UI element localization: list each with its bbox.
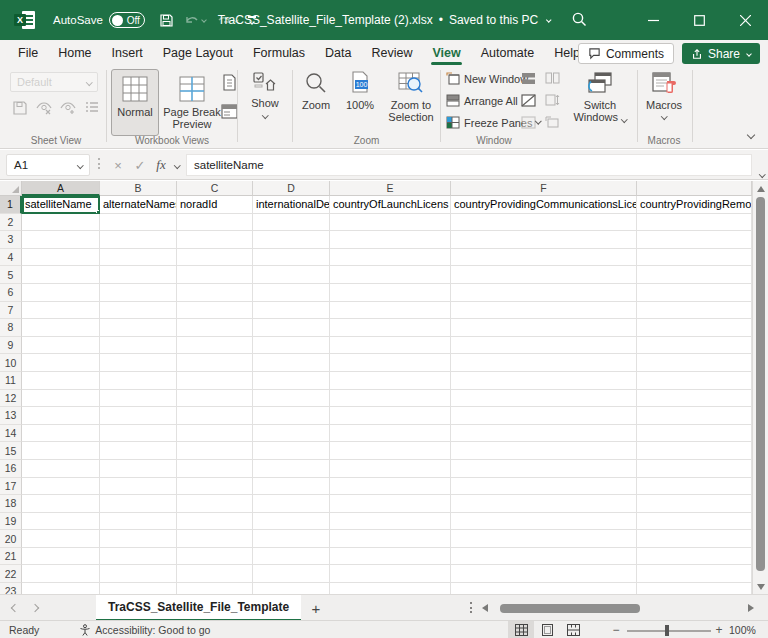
row-header-23[interactable]: 23 bbox=[0, 583, 22, 594]
cell-F23[interactable] bbox=[451, 583, 637, 594]
cell-E2[interactable] bbox=[330, 214, 451, 232]
view-side-by-side-icon[interactable] bbox=[545, 72, 560, 84]
cell-F19[interactable] bbox=[451, 513, 637, 531]
cell-E15[interactable] bbox=[330, 442, 451, 460]
cell-C5[interactable] bbox=[177, 266, 253, 284]
zoom-to-selection-button[interactable]: Zoom to Selection bbox=[383, 71, 439, 123]
search-icon[interactable] bbox=[571, 11, 588, 28]
row-header-4[interactable]: 4 bbox=[0, 249, 22, 267]
cell-B19[interactable] bbox=[100, 513, 177, 531]
cell-A17[interactable] bbox=[22, 478, 100, 496]
column-header-e[interactable]: E bbox=[330, 181, 451, 196]
cell-A5[interactable] bbox=[22, 266, 100, 284]
cell-F2[interactable] bbox=[451, 214, 637, 232]
column-header-a[interactable]: A bbox=[22, 181, 100, 196]
cell-B1[interactable]: alternateNames bbox=[100, 196, 177, 214]
cell-F22[interactable] bbox=[451, 565, 637, 583]
cell-D9[interactable] bbox=[253, 337, 330, 355]
cell-A22[interactable] bbox=[22, 565, 100, 583]
cell-D22[interactable] bbox=[253, 565, 330, 583]
unhide-window-icon[interactable] bbox=[521, 116, 536, 129]
cell-A13[interactable] bbox=[22, 407, 100, 425]
cell-E21[interactable] bbox=[330, 548, 451, 566]
cell-E8[interactable] bbox=[330, 319, 451, 337]
cell-A19[interactable] bbox=[22, 513, 100, 531]
cell-F13[interactable] bbox=[451, 407, 637, 425]
cell-A20[interactable] bbox=[22, 530, 100, 548]
cell-C21[interactable] bbox=[177, 548, 253, 566]
formula-bar-grip[interactable] bbox=[98, 158, 100, 169]
row-header-15[interactable]: 15 bbox=[0, 442, 22, 460]
cell-C10[interactable] bbox=[177, 354, 253, 372]
cell-F6[interactable] bbox=[451, 284, 637, 302]
cell-A8[interactable] bbox=[22, 319, 100, 337]
cell-B12[interactable] bbox=[100, 390, 177, 408]
collapse-ribbon-icon[interactable] bbox=[748, 128, 754, 140]
exit-sheet-view-icon[interactable] bbox=[36, 100, 52, 116]
cell-F11[interactable] bbox=[451, 372, 637, 390]
cell-G13[interactable] bbox=[637, 407, 752, 425]
cell-A23[interactable] bbox=[22, 583, 100, 594]
row-header-5[interactable]: 5 bbox=[0, 266, 22, 284]
new-sheet-button[interactable]: + bbox=[306, 598, 326, 618]
arrange-all-button[interactable]: Arrange All bbox=[446, 94, 518, 107]
cell-B22[interactable] bbox=[100, 565, 177, 583]
normal-view-button[interactable]: Normal bbox=[111, 69, 159, 136]
cell-F5[interactable] bbox=[451, 266, 637, 284]
cell-A21[interactable] bbox=[22, 548, 100, 566]
function-chevron-icon[interactable] bbox=[171, 154, 183, 176]
cell-E18[interactable] bbox=[330, 495, 451, 513]
row-header-21[interactable]: 21 bbox=[0, 548, 22, 566]
row-header-14[interactable]: 14 bbox=[0, 425, 22, 443]
cell-B23[interactable] bbox=[100, 583, 177, 594]
row-header-2[interactable]: 2 bbox=[0, 214, 22, 232]
tab-insert[interactable]: Insert bbox=[102, 41, 153, 65]
cell-C9[interactable] bbox=[177, 337, 253, 355]
page-layout-view-icon[interactable] bbox=[222, 74, 237, 91]
cell-F16[interactable] bbox=[451, 460, 637, 478]
cell-C20[interactable] bbox=[177, 530, 253, 548]
close-button[interactable] bbox=[722, 0, 768, 40]
keep-sheet-view-icon[interactable] bbox=[12, 100, 28, 116]
cell-B16[interactable] bbox=[100, 460, 177, 478]
cell-G19[interactable] bbox=[637, 513, 752, 531]
cell-A11[interactable] bbox=[22, 372, 100, 390]
cell-A12[interactable] bbox=[22, 390, 100, 408]
cell-D21[interactable] bbox=[253, 548, 330, 566]
cell-C3[interactable] bbox=[177, 231, 253, 249]
scroll-right-icon[interactable] bbox=[748, 604, 754, 612]
cell-F10[interactable] bbox=[451, 354, 637, 372]
row-header-8[interactable]: 8 bbox=[0, 319, 22, 337]
cell-B2[interactable] bbox=[100, 214, 177, 232]
zoom-level[interactable]: 100% bbox=[729, 621, 756, 638]
cell-G5[interactable] bbox=[637, 266, 752, 284]
cell-A2[interactable] bbox=[22, 214, 100, 232]
cell-A1[interactable]: satelliteName bbox=[22, 196, 100, 214]
cell-D11[interactable] bbox=[253, 372, 330, 390]
cell-G4[interactable] bbox=[637, 249, 752, 267]
cell-E13[interactable] bbox=[330, 407, 451, 425]
cell-B6[interactable] bbox=[100, 284, 177, 302]
cell-B3[interactable] bbox=[100, 231, 177, 249]
cell-G2[interactable] bbox=[637, 214, 752, 232]
scroll-up-icon[interactable] bbox=[757, 186, 765, 192]
cell-F9[interactable] bbox=[451, 337, 637, 355]
cell-G3[interactable] bbox=[637, 231, 752, 249]
cell-E1[interactable]: countryOfLaunchLicens bbox=[330, 196, 451, 214]
tab-bar-grip[interactable] bbox=[470, 602, 472, 613]
cell-D17[interactable] bbox=[253, 478, 330, 496]
cell-D3[interactable] bbox=[253, 231, 330, 249]
row-header-7[interactable]: 7 bbox=[0, 302, 22, 320]
status-page-layout-icon[interactable] bbox=[534, 621, 560, 638]
tab-review[interactable]: Review bbox=[361, 41, 422, 65]
cell-D7[interactable] bbox=[253, 302, 330, 320]
cell-B14[interactable] bbox=[100, 425, 177, 443]
document-title[interactable]: TraCSS_Satellite_File_Template (2).xlsx … bbox=[218, 13, 551, 27]
comments-button[interactable]: Comments bbox=[578, 43, 674, 64]
cell-G17[interactable] bbox=[637, 478, 752, 496]
cell-C1[interactable]: noradId bbox=[177, 196, 253, 214]
cell-C18[interactable] bbox=[177, 495, 253, 513]
cell-G8[interactable] bbox=[637, 319, 752, 337]
row-header-16[interactable]: 16 bbox=[0, 460, 22, 478]
cell-B18[interactable] bbox=[100, 495, 177, 513]
